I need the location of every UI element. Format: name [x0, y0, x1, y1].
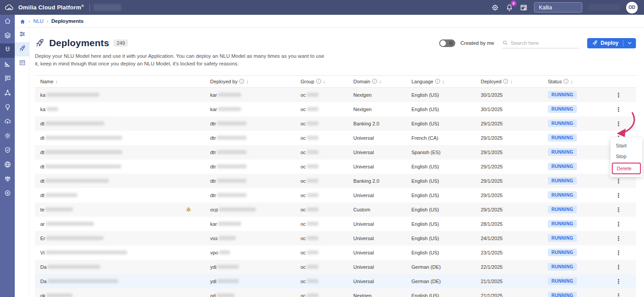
redacted-text: [47, 293, 72, 297]
info-icon[interactable]: i: [564, 79, 568, 84]
sort-arrow-icon[interactable]: ↓: [379, 78, 381, 85]
context-menu-item-start[interactable]: Start: [610, 140, 642, 151]
row-actions-kebab-icon[interactable]: ⋮: [614, 179, 623, 183]
sidebar-item-triangle-nodes[interactable]: [0, 86, 15, 101]
sidebar-item-cloud-upload[interactable]: [0, 115, 15, 129]
domain: Custom: [348, 207, 406, 212]
note-compose-icon[interactable]: [520, 4, 528, 12]
row-actions-kebab-icon[interactable]: ⋮: [614, 207, 623, 212]
sidebar-item-home[interactable]: [0, 15, 15, 29]
search-input[interactable]: [511, 40, 576, 46]
table-row[interactable]: Da ydi oc Universal German (DE) 21/1/202…: [35, 274, 636, 288]
redacted-text: [45, 193, 77, 197]
sidebar-item-set-square[interactable]: [0, 58, 15, 72]
table-row[interactable]: ok od oc Nextgen English (US) 21/1/2025 …: [35, 288, 636, 297]
sidebar-item-magnet[interactable]: [0, 43, 15, 58]
deployed-by: dtr: [210, 121, 216, 126]
table-row[interactable]: dt dtr oc Universal Spanish (ES) 29/1/20…: [35, 145, 636, 159]
language: English (US): [406, 293, 475, 297]
avatar[interactable]: OD: [626, 2, 638, 13]
deployed-date: 30/1/2025: [475, 92, 542, 98]
sort-arrow-icon[interactable]: ↓: [442, 78, 445, 85]
row-actions-kebab-icon[interactable]: ⋮: [614, 236, 623, 241]
row-actions-kebab-icon[interactable]: ⋮: [614, 250, 623, 255]
table-row[interactable]: dt dtr oc Universal French (CA) 29/1/202…: [35, 131, 636, 145]
table-row[interactable]: te ocp oc Custom English (US) 29/1/2025 …: [35, 202, 636, 217]
table-row[interactable]: dt dtr oc Universal English (US) 29/1/20…: [35, 188, 636, 202]
helm-icon[interactable]: [491, 4, 499, 12]
row-actions-kebab-icon[interactable]: ⋮: [614, 121, 623, 126]
domain: Universal: [348, 250, 406, 255]
domain: Nextgen: [348, 107, 406, 112]
status-badge: RUNNING: [548, 263, 577, 271]
deployed-date: 29/1/2025: [475, 193, 542, 198]
language: German (DE): [406, 279, 475, 284]
table-row[interactable]: Er vss oc Universal English (US) 24/1/20…: [35, 231, 636, 245]
sidebar-item-lightbulb[interactable]: [0, 101, 15, 115]
table-row[interactable]: ar kar oc Universal English (US) 28/1/20…: [35, 217, 636, 231]
deploy-dropdown-button[interactable]: [623, 41, 636, 45]
subsidebar-item-form-check[interactable]: [15, 56, 30, 71]
bell-icon[interactable]: 6: [505, 4, 513, 12]
row-actions-kebab-icon[interactable]: ⋮: [614, 222, 623, 226]
column-label: Name: [40, 79, 53, 84]
sort-arrow-icon[interactable]: ↓: [510, 78, 513, 85]
deploy-button[interactable]: Deploy: [587, 38, 636, 48]
info-icon[interactable]: i: [372, 79, 377, 84]
context-menu-item-delete[interactable]: Delete: [612, 163, 641, 174]
subsidebar-item-tuner[interactable]: [15, 28, 30, 42]
row-actions-kebab-icon[interactable]: ⋮: [614, 279, 623, 284]
sort-arrow-icon[interactable]: ↓: [570, 78, 573, 85]
sidebar-item-scale[interactable]: [0, 172, 15, 187]
row-actions-kebab-icon[interactable]: ⋮: [614, 193, 623, 198]
info-icon[interactable]: i: [503, 79, 508, 84]
table-row[interactable]: ka kar oc Nextgen English (US) 30/1/2025…: [35, 88, 636, 102]
sidebar-item-shield-check[interactable]: [0, 144, 15, 158]
deployed-date: 28/1/2025: [475, 221, 542, 227]
redacted-text: [307, 179, 318, 183]
row-actions-kebab-icon[interactable]: ⋮: [614, 93, 623, 97]
sort-arrow-icon[interactable]: ↓: [323, 78, 326, 85]
table-row[interactable]: dt dtr oc Banking 2.0 English (US) 29/1/…: [35, 116, 636, 131]
redacted-text: [217, 121, 246, 125]
table-row[interactable]: dt dtr oc Banking 2.0 English (US) 29/1/…: [35, 174, 636, 188]
deployment-name: dt: [40, 121, 44, 126]
status-badge: RUNNING: [548, 148, 577, 156]
info-icon[interactable]: i: [239, 79, 244, 84]
sidebar-item-chat[interactable]: [0, 72, 15, 86]
table-row[interactable]: Vi vpo oc Universal English (US) 23/1/20…: [35, 245, 636, 260]
redacted-text: [217, 265, 239, 269]
deployment-name: dt: [40, 135, 44, 141]
table-row[interactable]: ka kar oc Nextgen English (US) 30/1/2025…: [35, 102, 636, 116]
breadcrumb-link-nlu[interactable]: NLU: [33, 18, 43, 24]
sidebar-item-target[interactable]: [0, 187, 15, 201]
cloud-upload-icon: [4, 118, 11, 127]
language: English (US): [406, 92, 475, 98]
deployment-name: ka: [40, 92, 46, 98]
form-check-icon: [19, 59, 26, 68]
deployment-name: Da: [40, 279, 47, 284]
created-by-me-toggle[interactable]: [439, 39, 455, 47]
table-row[interactable]: dt dtr oc Universal English (US) 29/1/20…: [35, 159, 636, 174]
info-icon[interactable]: i: [435, 79, 440, 84]
row-actions-kebab-icon[interactable]: ⋮: [614, 293, 623, 297]
environment-selector[interactable]: Kallia: [534, 2, 582, 13]
sidebar-item-layers[interactable]: [0, 29, 15, 43]
context-menu-item-stop[interactable]: Stop: [610, 151, 642, 162]
row-actions-kebab-icon[interactable]: ⋮: [614, 107, 623, 112]
sidebar-item-globe[interactable]: [0, 158, 15, 172]
redacted-text: [219, 250, 230, 254]
home-icon[interactable]: [20, 18, 25, 24]
sort-arrow-icon[interactable]: ↓: [55, 78, 58, 85]
language: English (US): [406, 236, 475, 241]
language: English (US): [406, 178, 475, 184]
subsidebar-item-rocket[interactable]: [15, 42, 30, 56]
lightbulb-icon: [4, 103, 11, 112]
table-row[interactable]: Da ydi oc Universal German (DE) 22/1/202…: [35, 260, 636, 274]
redacted-text: [307, 93, 318, 97]
sort-arrow-icon[interactable]: ↓: [246, 78, 249, 85]
group: oc: [301, 221, 306, 227]
row-actions-kebab-icon[interactable]: ⋮: [614, 265, 623, 269]
info-icon[interactable]: i: [316, 79, 321, 84]
sidebar-item-gear[interactable]: [0, 129, 15, 144]
